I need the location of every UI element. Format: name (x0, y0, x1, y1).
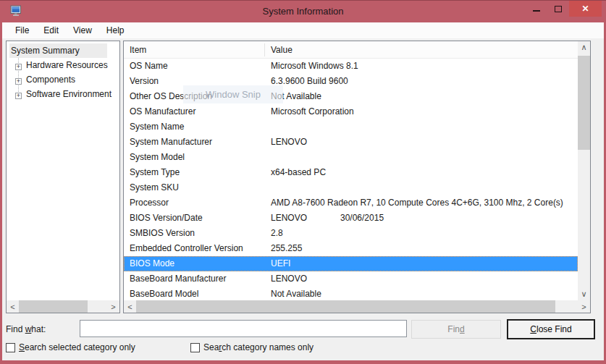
menu-edit[interactable]: Edit (36, 23, 66, 38)
tree-items: System Summary+Hardware Resources+Compon… (7, 43, 119, 101)
row-value-cell: 2.8 (271, 226, 283, 241)
maximize-icon (555, 6, 562, 12)
minimize-icon (533, 10, 540, 12)
row-item-cell: System Manufacturer (130, 135, 212, 150)
tree-item-label: Components (26, 75, 75, 85)
expand-plus-icon[interactable]: + (15, 78, 22, 85)
list-vscroll-thumb[interactable] (578, 56, 590, 150)
scroll-up-icon[interactable] (578, 41, 590, 54)
menu-help[interactable]: Help (99, 23, 132, 38)
window-title: System Information (0, 1, 606, 22)
row-item-cell: System Model (130, 150, 185, 165)
expand-plus-icon[interactable]: + (15, 93, 22, 99)
row-item-cell: BaseBoard Model (130, 287, 198, 300)
menu-bar: File Edit View Help (2, 22, 604, 38)
row-item-cell: OS Name (130, 59, 168, 74)
column-divider[interactable] (264, 43, 265, 56)
tree-item-label: Hardware Resources (26, 60, 108, 70)
row-item-cell: Processor (130, 195, 169, 211)
list-row-processor[interactable]: ProcessorAMD A8-7600 Radeon R7, 10 Compu… (124, 195, 578, 211)
menu-view[interactable]: View (66, 23, 99, 38)
row-value-cell: UEFI (271, 256, 290, 271)
row-item-cell: BaseBoard Manufacturer (130, 271, 226, 287)
maximize-button[interactable] (547, 1, 569, 17)
search-category-names-label: Search category names only (203, 342, 313, 352)
row-item-cell: Embedded Controller Version (130, 241, 243, 256)
list-row-system-manufacturer[interactable]: System ManufacturerLENOVO (124, 135, 578, 150)
list-row-os-manufacturer[interactable]: OS ManufacturerMicrosoft Corporation (124, 104, 578, 119)
close-button[interactable] (569, 1, 602, 17)
row-value-cell: LENOVO (271, 135, 307, 150)
category-tree-panel: System Summary+Hardware Resources+Compon… (6, 41, 120, 313)
row-item-cell: BIOS Mode (130, 256, 174, 271)
list-row-baseboard-manufacturer[interactable]: BaseBoard ManufacturerLENOVO (124, 271, 578, 287)
row-item-cell: System Type (130, 165, 180, 180)
list-horizontal-scrollbar[interactable] (124, 300, 590, 313)
menu-file[interactable]: File (8, 23, 36, 38)
find-button[interactable]: Find (411, 320, 501, 339)
row-value-cell: 255.255 (271, 241, 302, 256)
minimize-button[interactable] (526, 1, 547, 17)
row-value-cell: LENOVO (271, 271, 307, 287)
row-value-cell: AMD A8-7600 Radeon R7, 10 Compute Cores … (271, 195, 563, 211)
list-header: Item Value (124, 41, 578, 59)
list-row-bios-mode[interactable]: BIOS ModeUEFI (124, 256, 578, 271)
list-row-embedded-controller-version[interactable]: Embedded Controller Version255.255 (124, 241, 578, 256)
scroll-right-icon[interactable] (578, 300, 590, 313)
list-row-bios-version-date[interactable]: BIOS Version/DateLENOVO30/06/2015 (124, 211, 578, 226)
row-value-cell: Microsoft Windows 8.1 (271, 59, 358, 74)
scroll-left-icon[interactable] (124, 300, 136, 313)
row-value-cell: x64-based PC (271, 165, 326, 180)
row-value2-cell: 30/06/2015 (340, 211, 384, 226)
tree-item-software-environment[interactable]: +Software Environment (7, 87, 119, 101)
find-input[interactable] (80, 320, 407, 337)
find-what-label: Find what: (6, 324, 46, 334)
list-row-baseboard-model[interactable]: BaseBoard ModelNot Available (124, 287, 578, 300)
tree-horizontal-scrollbar[interactable] (7, 300, 119, 313)
list-row-os-name[interactable]: OS NameMicrosoft Windows 8.1 (124, 59, 578, 74)
row-item-cell: Version (130, 74, 159, 89)
list-row-smbios-version[interactable]: SMBIOS Version2.8 (124, 226, 578, 241)
list-row-system-name[interactable]: System Name (124, 119, 578, 135)
list-vertical-scrollbar[interactable] (578, 41, 590, 300)
window-snip-ghost: Window Snip (183, 85, 283, 103)
tree-item-system-summary[interactable]: System Summary (7, 43, 119, 58)
close-find-button[interactable]: Close Find (507, 319, 595, 339)
row-item-cell: BIOS Version/Date (130, 211, 203, 226)
tree-item-components[interactable]: +Components (7, 72, 119, 87)
list-hscroll-thumb[interactable] (136, 300, 555, 313)
list-row-system-type[interactable]: System Typex64-based PC (124, 165, 578, 180)
tree-item-hardware-resources[interactable]: +Hardware Resources (7, 58, 119, 72)
column-header-item[interactable]: Item (130, 41, 146, 59)
checkbox-icon[interactable] (190, 343, 200, 352)
row-value-cell: LENOVO (271, 211, 307, 226)
titlebar: System Information (0, 1, 606, 22)
column-header-value[interactable]: Value (271, 41, 293, 59)
search-selected-category-checkbox[interactable]: Search selected category only (6, 342, 135, 353)
row-item-cell: System Name (130, 119, 184, 135)
scroll-left-icon[interactable] (7, 300, 19, 313)
row-item-cell: System SKU (130, 180, 179, 195)
search-category-names-checkbox[interactable]: Search category names only (190, 342, 313, 353)
list-row-system-sku[interactable]: System SKU (124, 180, 578, 195)
search-selected-category-label: Search selected category only (19, 342, 135, 352)
list-row-system-model[interactable]: System Model (124, 150, 578, 165)
tree-item-label: System Summary (9, 43, 107, 58)
scroll-down-icon[interactable] (578, 288, 590, 300)
tree-item-label: Software Environment (26, 89, 111, 99)
row-value-cell: Microsoft Corporation (271, 104, 354, 119)
checkbox-icon[interactable] (6, 343, 15, 352)
details-list-panel: Item Value OS NameMicrosoft Windows 8.1V… (123, 41, 591, 313)
row-item-cell: OS Manufacturer (130, 104, 195, 119)
close-icon (581, 4, 589, 14)
row-item-cell: SMBIOS Version (130, 226, 195, 241)
caption-buttons (526, 1, 602, 17)
system-information-window: System Information File Edit View Help S… (0, 0, 606, 364)
scroll-right-icon[interactable] (107, 300, 119, 313)
row-value-cell: Not Available (271, 287, 321, 300)
tree-hscroll-thumb[interactable] (19, 300, 88, 313)
expand-plus-icon[interactable]: + (15, 64, 22, 70)
